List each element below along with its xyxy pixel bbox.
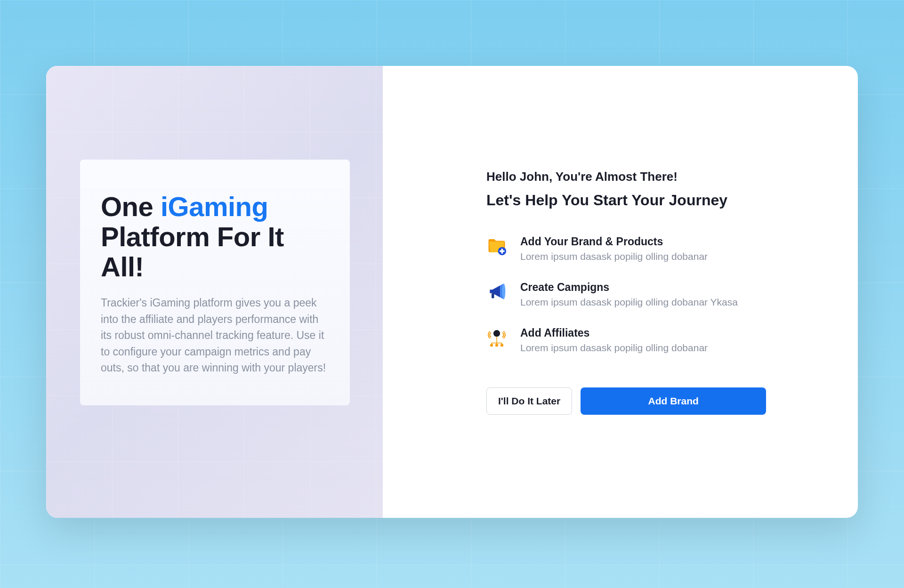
svg-point-5 (493, 330, 500, 337)
title-highlight: iGaming (161, 191, 268, 222)
onboarding-modal: One iGaming Platform For It All! Trackie… (46, 66, 858, 518)
folder-plus-icon (486, 235, 507, 256)
svg-rect-4 (492, 293, 494, 298)
step-content: Create Campigns Lorem ipsum dasask popil… (520, 281, 811, 308)
right-onboarding-panel: Hello John, You're Almost There! Let's H… (383, 66, 858, 518)
affiliate-network-icon (486, 327, 507, 347)
step-title: Add Your Brand & Products (520, 235, 811, 248)
do-it-later-button[interactable]: I'll Do It Later (486, 387, 572, 415)
step-item-brand: Add Your Brand & Products Lorem ipsum da… (486, 235, 811, 262)
svg-rect-2 (500, 250, 505, 252)
steps-list: Add Your Brand & Products Lorem ipsum da… (486, 235, 811, 354)
svg-point-13 (500, 344, 503, 346)
step-content: Add Affiliates Lorem ipsum dasask popili… (520, 327, 811, 354)
svg-point-3 (502, 284, 505, 299)
button-row: I'll Do It Later Add Brand (486, 387, 811, 415)
step-description: Lorem ipsum dasask popilig olling dobana… (520, 342, 811, 354)
svg-point-12 (495, 344, 498, 346)
title-part2: Platform For It All! (101, 221, 284, 282)
svg-point-11 (490, 344, 493, 346)
megaphone-icon (486, 281, 507, 302)
title-part1: One (101, 191, 161, 222)
add-brand-button[interactable]: Add Brand (581, 387, 766, 415)
step-title: Create Campigns (520, 281, 811, 294)
step-item-campaigns: Create Campigns Lorem ipsum dasask popil… (486, 281, 811, 308)
greeting-text: Hello John, You're Almost There! (486, 169, 811, 184)
feature-card: One iGaming Platform For It All! Trackie… (80, 160, 350, 405)
step-description: Lorem ipsum dasask popilig olling dobana… (520, 251, 811, 262)
feature-title: One iGaming Platform For It All! (101, 192, 329, 282)
step-content: Add Your Brand & Products Lorem ipsum da… (520, 235, 811, 262)
left-feature-panel: One iGaming Platform For It All! Trackie… (46, 66, 383, 518)
step-description: Lorem ipsum dasask popilig olling dobana… (520, 297, 811, 308)
feature-description: Trackier's iGaming platform gives you a … (101, 295, 329, 376)
step-item-affiliates: Add Affiliates Lorem ipsum dasask popili… (486, 327, 811, 354)
subtitle-text: Let's Help You Start Your Journey (486, 192, 811, 209)
step-title: Add Affiliates (520, 327, 811, 339)
